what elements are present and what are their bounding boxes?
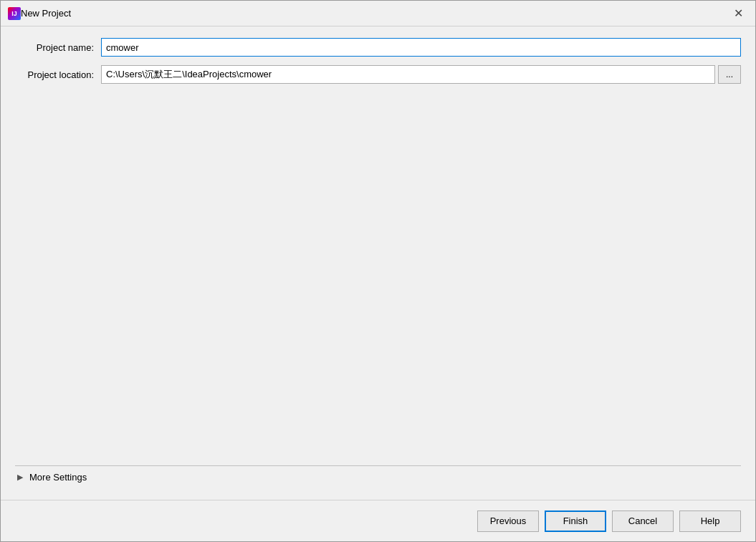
project-location-row: Project location: ... — [15, 65, 741, 84]
project-name-label: Project name: — [15, 42, 101, 53]
close-button[interactable]: ✕ — [728, 4, 748, 24]
project-name-input[interactable] — [101, 38, 741, 57]
previous-button[interactable]: Previous — [477, 510, 539, 532]
project-location-input[interactable] — [101, 65, 715, 84]
dialog-body: Project name: Project location: ... ▶ Mo… — [1, 26, 755, 500]
more-settings-arrow-icon: ▶ — [15, 473, 25, 483]
help-button[interactable]: Help — [679, 510, 741, 532]
more-settings-section[interactable]: ▶ More Settings — [15, 465, 741, 488]
dialog-title: New Project — [21, 8, 728, 19]
new-project-dialog: IJ New Project ✕ Project name: Project l… — [0, 0, 756, 542]
project-location-label: Project location: — [15, 69, 101, 80]
app-icon: IJ — [8, 7, 21, 20]
finish-button[interactable]: Finish — [545, 510, 606, 532]
app-icon-label: IJ — [11, 10, 17, 17]
cancel-button[interactable]: Cancel — [612, 510, 674, 532]
project-name-row: Project name: — [15, 38, 741, 57]
dialog-footer: Previous Finish Cancel Help — [1, 500, 755, 541]
title-bar: IJ New Project ✕ — [1, 1, 755, 26]
more-settings-label: More Settings — [29, 472, 87, 483]
body-spacer — [15, 92, 741, 465]
browse-button[interactable]: ... — [718, 65, 741, 84]
